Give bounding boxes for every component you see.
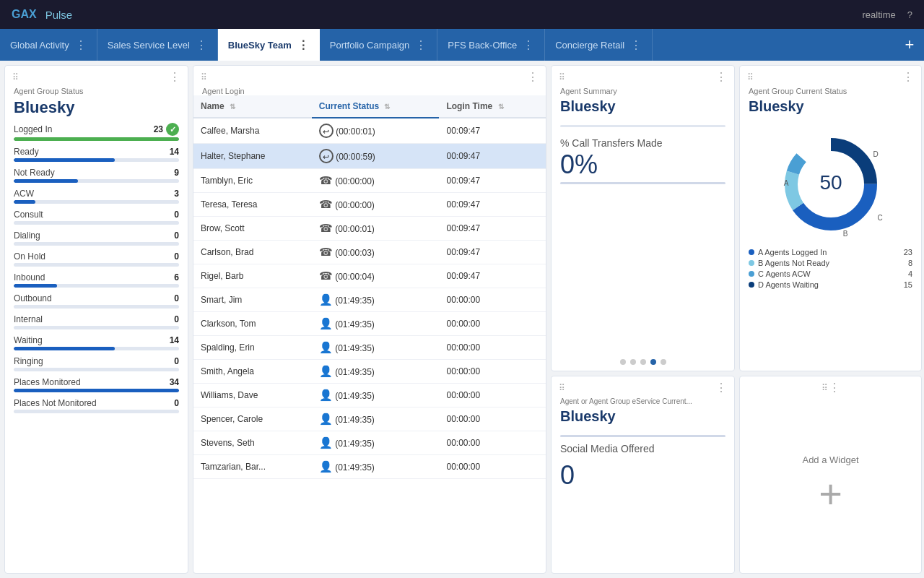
- panel-menu-center-icon[interactable]: ⋮: [527, 70, 539, 84]
- stat-row: Outbound 0: [14, 293, 179, 309]
- table-row[interactable]: Carlson, Brad ☎ (00:00:03) 00:09:47: [193, 241, 546, 264]
- table-row[interactable]: Tamblyn, Eric ☎ (00:00:00) 00:09:47: [193, 169, 546, 193]
- panel-handle-eservice[interactable]: ⠿ ⋮: [552, 376, 734, 396]
- tab-bluesky-team[interactable]: BlueSky Team ⋮: [218, 29, 320, 61]
- status-acw-icon: ↩: [319, 149, 334, 163]
- cell-name: Stevens, Seth: [193, 431, 312, 455]
- cell-login-time: 00:00:00: [439, 455, 546, 479]
- cell-status: 👤 (01:49:35): [312, 312, 440, 336]
- table-row[interactable]: Calfee, Marsha ↩ (00:00:01) 00:09:47: [193, 118, 546, 144]
- stat-row: Consult 0: [14, 210, 179, 225]
- table-row[interactable]: Halter, Stephane ↩ (00:00:59) 00:09:47: [193, 144, 546, 169]
- stat-value: 0: [174, 398, 179, 408]
- legend-value: 8: [908, 259, 912, 267]
- tab-portfolio-campaign[interactable]: Portfolio Campaign ⋮: [320, 29, 438, 61]
- table-row[interactable]: Williams, Dave 👤 (01:49:35) 00:00:00: [193, 384, 546, 407]
- progress-bar-bg: [14, 221, 179, 225]
- progress-bar-fill: [14, 158, 115, 162]
- panel-menu-eservice-icon[interactable]: ⋮: [715, 381, 727, 394]
- panel-menu-gs-icon[interactable]: ⋮: [902, 70, 914, 84]
- stat-value: 0: [174, 293, 179, 303]
- legend-row: B Agents Not Ready 8: [749, 259, 912, 267]
- panel-handle-widget[interactable]: ⠿ ⋮: [814, 376, 847, 396]
- pagination-dot[interactable]: [630, 359, 636, 365]
- eservice-metric-value: 0: [552, 457, 734, 493]
- stat-rows: Logged In 23✓ Ready 14 Not Ready 9 ACW: [5, 123, 188, 573]
- cell-login-time: 00:00:00: [439, 312, 546, 336]
- agent-login-title: Agent Login: [193, 85, 546, 95]
- pagination-dot[interactable]: [661, 359, 666, 365]
- panel-menu-summary-icon[interactable]: ⋮: [715, 70, 727, 84]
- tab-menu-pfs-back-office[interactable]: ⋮: [523, 38, 534, 52]
- legend-value: 15: [904, 280, 912, 289]
- tab-pfs-back-office[interactable]: PFS Back-Office ⋮: [437, 29, 545, 61]
- status-time: (00:00:00): [335, 200, 375, 210]
- table-row[interactable]: Smart, Jim 👤 (01:49:35) 00:00:00: [193, 288, 546, 312]
- cell-login-time: 00:00:00: [439, 407, 546, 431]
- stat-value: 14: [170, 335, 179, 345]
- panel-menu-widget-icon[interactable]: ⋮: [829, 381, 840, 394]
- stat-value: 14: [170, 147, 179, 157]
- panel-handle-left[interactable]: ⠿ ⋮: [5, 66, 188, 85]
- table-row[interactable]: Spencer, Carole 👤 (01:49:35) 00:00:00: [193, 407, 546, 431]
- help-icon[interactable]: ?: [907, 9, 912, 20]
- col-name[interactable]: Name ⇅: [193, 95, 312, 118]
- status-time: (01:49:35): [335, 367, 375, 377]
- panel-handle-summary[interactable]: ⠿ ⋮: [552, 66, 734, 85]
- cell-login-time: 00:00:00: [439, 288, 546, 312]
- agent-group-name: Bluesky: [5, 95, 188, 123]
- pagination-dots: [552, 353, 734, 371]
- panel-handle-center[interactable]: ⠿ ⋮: [193, 66, 546, 85]
- tab-menu-sales-service-level[interactable]: ⋮: [196, 38, 207, 52]
- pagination-dot[interactable]: [650, 359, 656, 365]
- cell-login-time: 00:09:47: [439, 169, 546, 193]
- eservice-panel: ⠿ ⋮ Agent or Agent Group eService Curren…: [551, 376, 735, 574]
- status-call-icon: ☎: [319, 198, 333, 210]
- table-row[interactable]: Spalding, Erin 👤 (01:49:35) 00:00:00: [193, 336, 546, 360]
- legend-dot: [749, 282, 754, 288]
- tab-global-activity[interactable]: Global Activity ⋮: [0, 29, 97, 61]
- status-time: (01:49:35): [335, 296, 375, 306]
- stat-value: 34: [170, 377, 179, 387]
- tab-concierge-retail[interactable]: Concierge Retail ⋮: [545, 29, 653, 61]
- progress-bar-fill: [14, 347, 115, 350]
- table-row[interactable]: Stevens, Seth 👤 (01:49:35) 00:00:00: [193, 431, 546, 455]
- table-row[interactable]: Clarkson, Tom 👤 (01:49:35) 00:00:00: [193, 312, 546, 336]
- cell-status: ↩ (00:00:59): [312, 144, 440, 169]
- stat-row: Dialing 0: [14, 230, 179, 246]
- panel-menu-icon[interactable]: ⋮: [169, 70, 180, 84]
- status-time: (00:00:00): [335, 176, 375, 186]
- tab-menu-concierge-retail[interactable]: ⋮: [630, 38, 642, 52]
- progress-bar-fill: [14, 200, 35, 204]
- col-current-status[interactable]: Current Status ⇅: [312, 95, 440, 118]
- agent-table-wrap[interactable]: Name ⇅ Current Status ⇅ Login Time ⇅ Cal…: [193, 95, 546, 573]
- stat-value: 0: [174, 251, 179, 262]
- pagination-dot[interactable]: [640, 359, 646, 365]
- panel-handle-group-status[interactable]: ⠿ ⋮: [740, 66, 921, 85]
- tab-sales-service-level[interactable]: Sales Service Level ⋮: [97, 29, 218, 61]
- col-login-time[interactable]: Login Time ⇅: [439, 95, 546, 118]
- cell-login-time: 00:09:47: [439, 118, 546, 144]
- cell-name: Calfee, Marsha: [193, 118, 312, 144]
- legend-row: D Agents Waiting 15: [749, 280, 912, 289]
- tab-menu-bluesky-team[interactable]: ⋮: [297, 38, 309, 52]
- pagination-dot[interactable]: [620, 359, 626, 365]
- donut-chart-wrap: 50 A D C B: [740, 121, 921, 248]
- sort-name-icon: ⇅: [230, 103, 235, 111]
- status-call-icon: ☎: [319, 246, 333, 258]
- tab-menu-global-activity[interactable]: ⋮: [75, 38, 87, 52]
- progress-bar-bg: [14, 410, 179, 413]
- legend-row: A Agents Logged In 23: [749, 248, 912, 256]
- table-row[interactable]: Brow, Scott ☎ (00:00:01) 00:09:47: [193, 217, 546, 241]
- add-tab-button[interactable]: +: [895, 29, 924, 61]
- stat-label: Not Ready: [14, 168, 55, 178]
- table-row[interactable]: Smith, Angela 👤 (01:49:35) 00:00:00: [193, 360, 546, 384]
- drag-handle-summary-icon: ⠿: [559, 72, 566, 82]
- table-row[interactable]: Rigel, Barb ☎ (00:00:04) 00:09:47: [193, 264, 546, 288]
- table-row[interactable]: Tamzarian, Bar... 👤 (01:49:35) 00:00:00: [193, 455, 546, 479]
- table-row[interactable]: Teresa, Teresa ☎ (00:00:00) 00:09:47: [193, 193, 546, 217]
- cell-status: ☎ (00:00:00): [312, 193, 440, 217]
- add-widget-button[interactable]: +: [819, 474, 842, 514]
- metric-value: 0%: [552, 152, 734, 178]
- tab-menu-portfolio-campaign[interactable]: ⋮: [415, 38, 427, 52]
